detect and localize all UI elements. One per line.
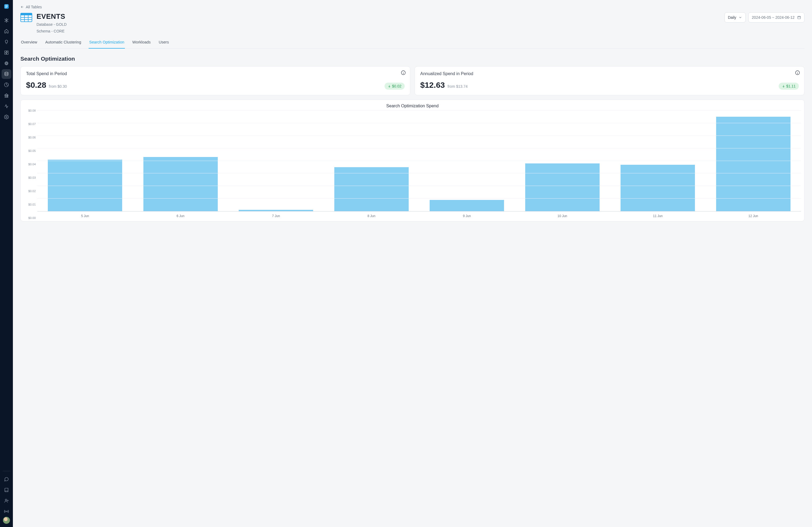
- sidebar-divider: [3, 471, 10, 471]
- card-total-spend: Total Spend in Period $0.28 from $0.30 $…: [20, 66, 410, 95]
- x-tick: 12 Jun: [706, 214, 801, 218]
- svg-rect-2: [7, 51, 8, 52]
- tab-overview[interactable]: Overview: [20, 37, 38, 48]
- svg-rect-4: [4, 53, 6, 55]
- bar[interactable]: [334, 167, 409, 211]
- sidebar-item-compute[interactable]: [2, 59, 11, 68]
- page-title: EVENTS: [37, 12, 67, 21]
- sidebar-item-dashboard[interactable]: [2, 48, 11, 57]
- bar[interactable]: [239, 210, 313, 211]
- bar[interactable]: [716, 117, 791, 211]
- breadcrumb-label: All Tables: [26, 5, 42, 9]
- annualized-spend-value: $12.63: [420, 80, 445, 90]
- breadcrumb-back[interactable]: All Tables: [20, 5, 42, 9]
- sidebar-item-snowflake[interactable]: [2, 16, 11, 25]
- chart-y-axis: $0.00$0.01$0.02$0.03$0.04$0.05$0.06$0.07…: [24, 110, 37, 218]
- total-spend-delta-badge: $0.02: [385, 82, 405, 90]
- svg-point-9: [6, 117, 7, 118]
- gridline: [37, 173, 801, 174]
- tab-workloads[interactable]: Workloads: [132, 37, 151, 48]
- x-tick: 7 Jun: [228, 214, 324, 218]
- section-title: Search Optimization: [20, 56, 804, 62]
- tab-automatic-clustering[interactable]: Automatic Clustering: [45, 37, 82, 48]
- sidebar-item-chat[interactable]: [2, 475, 11, 484]
- sidebar-item-storage[interactable]: [2, 69, 11, 79]
- svg-rect-5: [5, 62, 8, 65]
- y-tick: $0.06: [28, 136, 36, 139]
- chart-x-axis: 5 Jun6 Jun7 Jun8 Jun9 Jun10 Jun11 Jun12 …: [37, 211, 801, 218]
- arrow-down-icon: [388, 85, 391, 88]
- x-tick: 5 Jun: [37, 214, 133, 218]
- y-tick: $0.07: [28, 122, 36, 125]
- annualized-spend-delta: $1.11: [786, 84, 796, 88]
- y-tick: $0.00: [28, 216, 36, 220]
- x-tick: 6 Jun: [133, 214, 229, 218]
- card-annualized-spend: Annualized Spend in Period $12.63 from $…: [415, 66, 804, 95]
- main-content: All Tables EVENTS Database - GOLD Schema…: [13, 0, 812, 527]
- arrow-left-icon: [20, 5, 24, 9]
- card-annualized-title: Annualized Spend in Period: [420, 71, 799, 76]
- date-range-value: 2024-06-05 ~ 2024-06-12: [752, 15, 795, 19]
- y-tick: $0.05: [28, 149, 36, 152]
- x-tick: 8 Jun: [324, 214, 419, 218]
- svg-point-7: [5, 72, 8, 74]
- svg-rect-18: [798, 16, 801, 19]
- total-spend-value: $0.28: [26, 80, 46, 90]
- app-logo[interactable]: [0, 0, 13, 13]
- sidebar-item-governance[interactable]: [2, 91, 11, 100]
- bar[interactable]: [430, 200, 504, 211]
- granularity-value: Daily: [728, 15, 736, 19]
- sidebar-item-insights[interactable]: [2, 37, 11, 47]
- bar-slot: [133, 110, 229, 211]
- sidebar-item-invite[interactable]: [2, 496, 11, 506]
- user-avatar[interactable]: [3, 517, 10, 524]
- info-icon[interactable]: [401, 70, 406, 75]
- gridline: [37, 198, 801, 199]
- annualized-spend-from: from $13.74: [448, 84, 468, 89]
- x-tick: 9 Jun: [419, 214, 515, 218]
- calendar-icon: [797, 16, 801, 19]
- sidebar-item-broadcast[interactable]: [2, 507, 11, 516]
- annualized-spend-delta-badge: $1.11: [779, 82, 799, 90]
- tab-users[interactable]: Users: [158, 37, 170, 48]
- sidebar: [0, 0, 13, 527]
- bar-slot: [706, 110, 801, 211]
- bar[interactable]: [525, 163, 599, 211]
- card-total-title: Total Spend in Period: [26, 71, 405, 76]
- database-line: Database - GOLD: [37, 22, 67, 27]
- sidebar-item-settings[interactable]: [2, 112, 11, 122]
- sidebar-item-home[interactable]: [2, 26, 11, 36]
- granularity-select[interactable]: Daily: [724, 12, 746, 22]
- info-icon[interactable]: [795, 70, 800, 75]
- total-spend-from: from $0.30: [49, 84, 67, 89]
- bar[interactable]: [143, 157, 218, 211]
- chevron-down-icon: [738, 16, 742, 19]
- svg-point-11: [6, 511, 7, 512]
- schema-line: Schema - CORE: [37, 28, 67, 34]
- y-tick: $0.03: [28, 176, 36, 179]
- sidebar-item-activity[interactable]: [2, 102, 11, 111]
- bar-slot: [419, 110, 515, 211]
- svg-rect-13: [21, 13, 32, 15]
- table-icon: [20, 13, 32, 25]
- sidebar-item-docs[interactable]: [2, 485, 11, 495]
- svg-rect-6: [6, 63, 7, 64]
- x-tick: 10 Jun: [515, 214, 610, 218]
- x-tick: 11 Jun: [610, 214, 706, 218]
- sidebar-item-analytics[interactable]: [2, 80, 11, 90]
- total-spend-delta: $0.02: [392, 84, 402, 88]
- bar-slot: [228, 110, 324, 211]
- tabs: Overview Automatic Clustering Search Opt…: [20, 37, 804, 48]
- chart-plot: [37, 110, 801, 211]
- date-range-display[interactable]: 2024-06-05 ~ 2024-06-12: [748, 12, 804, 22]
- svg-rect-1: [4, 51, 6, 52]
- bar-slot: [610, 110, 706, 211]
- bar[interactable]: [621, 165, 695, 211]
- chart-card: Search Optimization Spend $0.00$0.01$0.0…: [20, 100, 804, 221]
- bar[interactable]: [48, 160, 122, 211]
- bar-slot: [37, 110, 133, 211]
- y-tick: $0.02: [28, 190, 36, 193]
- bar-slot: [324, 110, 419, 211]
- svg-point-10: [5, 499, 7, 501]
- tab-search-optimization[interactable]: Search Optimization: [89, 37, 125, 48]
